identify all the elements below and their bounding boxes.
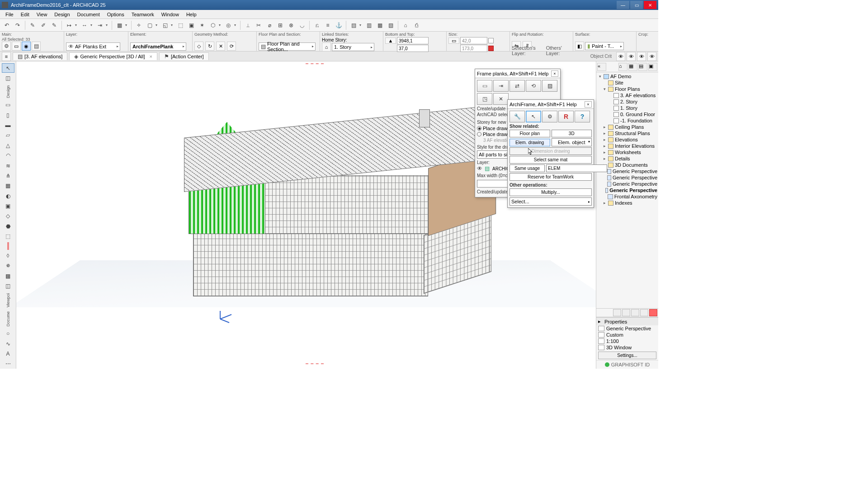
palette-titlebar[interactable]: Frame planks, Alt+Shift+F1 Help ×: [475, 69, 560, 78]
surface-dropdown[interactable]: ▮ Paint - T...: [585, 42, 624, 50]
geom-btn-3[interactable]: ✕: [216, 42, 225, 51]
fp-tool-2[interactable]: ⇥: [493, 80, 509, 92]
af-select-dropdown[interactable]: Select...: [509, 197, 592, 206]
eye-icon[interactable]: 👁: [477, 166, 483, 171]
size-icon-button[interactable]: ▭: [448, 38, 459, 44]
expand-icon[interactable]: ▸: [603, 144, 607, 148]
sel-settings-button[interactable]: ⚙: [2, 42, 11, 51]
geom-btn-4[interactable]: ⟳: [227, 42, 236, 51]
align3-button[interactable]: ⇥: [95, 20, 105, 30]
tree-item-worksheets[interactable]: ▸Worksheets: [597, 149, 657, 155]
expand-icon[interactable]: ▸: [603, 137, 607, 142]
grid-button[interactable]: ▦: [114, 20, 124, 30]
stair-tool[interactable]: ≋: [2, 161, 14, 170]
curtainwall-tool[interactable]: ▦: [2, 181, 14, 191]
tree-item-story-3[interactable]: 3. AF elevations: [597, 92, 657, 99]
af-tool-r[interactable]: R: [558, 111, 574, 122]
tree-item-ceiling[interactable]: ▸Ceiling Plans: [597, 124, 657, 130]
tool-c-button[interactable]: ✶: [197, 20, 207, 30]
tree-item-story-m1[interactable]: -1. Foundation: [597, 117, 657, 124]
roof-tool[interactable]: △: [2, 141, 14, 150]
mini-tab-close[interactable]: [649, 309, 657, 316]
tree-item-indexes[interactable]: ▸Indexes: [597, 200, 657, 206]
pick-button[interactable]: ✎: [28, 20, 38, 30]
geom-btn-1[interactable]: ◇: [194, 42, 203, 51]
dropdown-arrow-icon[interactable]: ▾: [106, 23, 109, 27]
mesh-tool[interactable]: ▩: [2, 271, 14, 281]
tree-item-story-2[interactable]: 2. Story: [597, 99, 657, 105]
menu-options[interactable]: Options: [104, 11, 128, 18]
tree-item-frontal-axo[interactable]: Frontal Axonometry: [597, 193, 657, 200]
tree-item-persp-2[interactable]: Generic Perspective: [597, 174, 657, 181]
fp-tool-7[interactable]: ✕: [493, 93, 509, 105]
more-tool[interactable]: ⋯: [2, 359, 14, 369]
af-tool-select[interactable]: ↖: [526, 111, 541, 122]
story-button[interactable]: ≡: [323, 20, 333, 30]
fp-tool-5[interactable]: ▨: [542, 80, 557, 92]
size-a-input[interactable]: [460, 37, 487, 44]
measure-button[interactable]: ⟂: [243, 20, 253, 30]
tab-close-button[interactable]: ×: [149, 54, 152, 59]
af-tool-help[interactable]: ?: [575, 111, 590, 122]
beam-tool[interactable]: ▬: [2, 120, 14, 130]
tab-action-center[interactable]: ⚑[Action Center]: [159, 52, 209, 60]
column-tool[interactable]: ▯: [2, 110, 14, 120]
menu-teamwork[interactable]: Teamwork: [128, 11, 158, 18]
maximize-button[interactable]: ▭: [630, 1, 643, 9]
af-3d-button[interactable]: 3D: [552, 130, 592, 137]
dropdown-arrow-icon[interactable]: ▾: [588, 140, 590, 144]
cube-button[interactable]: ◱: [160, 20, 170, 30]
af-tool-settings[interactable]: ⚙: [542, 111, 557, 122]
layer-dropdown[interactable]: 👁 AF Planks Ext: [66, 42, 120, 51]
dropdown-arrow-icon[interactable]: ▾: [156, 23, 159, 27]
ellipse-tool[interactable]: ○: [2, 329, 14, 338]
mini-tab-3[interactable]: [631, 309, 639, 316]
undo-button[interactable]: ↶: [2, 20, 12, 30]
navigator-tree[interactable]: ▾AF Demo Site ▾Floor Plans 3. AF elevati…: [596, 72, 658, 308]
wall-tool[interactable]: ▭: [2, 100, 14, 110]
align2-button[interactable]: ↔: [80, 20, 90, 30]
menu-view[interactable]: View: [33, 11, 51, 18]
door-tool[interactable]: ◐: [2, 191, 14, 201]
archiframe-palette[interactable]: ArchiFrame, Alt+Shift+F1 Help × 🔧 ↖ ⚙ R …: [507, 99, 594, 208]
dropdown-arrow-icon[interactable]: ▾: [171, 23, 175, 27]
text-tool[interactable]: A: [2, 349, 14, 358]
nav-layoutbook-button[interactable]: ▤: [638, 63, 647, 71]
element-dropdown[interactable]: ArchiFramePlank: [130, 42, 186, 51]
fp-tool-1[interactable]: ▭: [477, 80, 492, 92]
marquee-tool[interactable]: ◫: [2, 73, 14, 83]
minimize-button[interactable]: —: [617, 1, 629, 9]
railing-tool[interactable]: ⋔: [2, 171, 14, 180]
expand-icon[interactable]: ▾: [598, 74, 602, 79]
af-floorplan-button[interactable]: Floor plan: [509, 130, 550, 137]
radio-icon[interactable]: [477, 132, 481, 136]
expand-icon[interactable]: ▸: [603, 201, 607, 205]
elev-button[interactable]: ▥: [364, 20, 374, 30]
fp-tool-4[interactable]: ⟲: [526, 80, 541, 92]
bottom-input[interactable]: [397, 45, 429, 52]
intersect-button[interactable]: ⊗: [286, 20, 296, 30]
dropdown-arrow-icon[interactable]: ▾: [75, 23, 79, 27]
inject-button[interactable]: ✐: [38, 20, 48, 30]
arrow-tool[interactable]: ↖: [2, 63, 14, 73]
menu-edit[interactable]: Edit: [17, 11, 33, 18]
mini-tab-2[interactable]: [622, 309, 630, 316]
tree-item-site[interactable]: Site: [597, 80, 657, 86]
tab-generic-perspective[interactable]: ◈Generic Perspective [3D / All]×: [69, 52, 157, 60]
tree-item-interior-elev[interactable]: ▸Interior Elevations: [597, 143, 657, 149]
trim-button[interactable]: ✂: [254, 20, 264, 30]
expand-icon[interactable]: ▸: [603, 125, 607, 129]
expand-icon[interactable]: ▸: [598, 319, 603, 324]
level-button[interactable]: ⎌: [312, 20, 322, 30]
mini-tab-4[interactable]: [640, 309, 648, 316]
tree-item-story-0[interactable]: 0. Ground Floor: [597, 111, 657, 117]
slab-tool[interactable]: ▱: [2, 131, 14, 140]
tree-item-details[interactable]: ▸Details: [597, 155, 657, 162]
ws-button[interactable]: ▧: [386, 20, 396, 30]
af-elem-object-button[interactable]: Elem. object▾: [552, 138, 592, 146]
tree-item-elevations[interactable]: ▸Elevations: [597, 136, 657, 143]
geom-btn-2[interactable]: ↻: [205, 42, 214, 51]
expand-icon[interactable]: ▸: [603, 131, 607, 136]
dropdown-arrow-icon[interactable]: ▾: [125, 23, 129, 27]
surface-icon-button[interactable]: ◧: [575, 42, 584, 51]
